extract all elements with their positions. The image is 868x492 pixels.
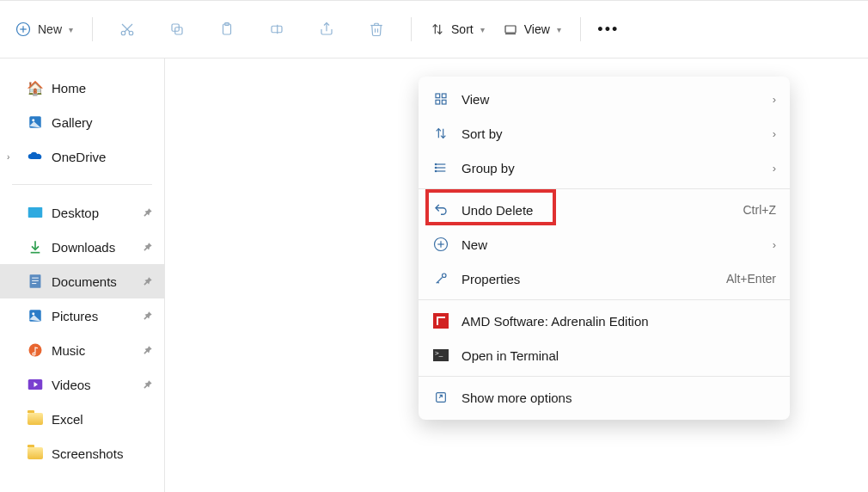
terminal-icon (432, 347, 449, 364)
sort-icon (432, 125, 449, 142)
context-menu: View › Sort by › Group by › Undo Delete … (419, 77, 790, 420)
undo-icon (432, 201, 449, 218)
context-menu-shortcut: Ctrl+Z (743, 203, 777, 217)
sidebar-item-gallery[interactable]: Gallery (0, 105, 164, 139)
context-menu-new[interactable]: New › (419, 227, 790, 261)
view-label: View (524, 22, 550, 36)
sidebar-item-documents[interactable]: Documents (0, 264, 164, 298)
separator (419, 376, 790, 377)
context-menu-terminal[interactable]: Open in Terminal (419, 338, 790, 372)
sidebar-item-label: Excel (52, 412, 83, 427)
pictures-icon (28, 308, 43, 323)
context-menu-label: New (462, 237, 761, 252)
sidebar-item-label: OneDrive (52, 150, 106, 164)
separator (580, 17, 581, 41)
trash-icon (369, 22, 384, 37)
context-menu-label: Show more options (462, 391, 776, 405)
pin-icon (142, 310, 154, 322)
sidebar-item-label: Downloads (52, 240, 115, 255)
cut-icon (119, 22, 135, 37)
documents-icon (28, 274, 43, 289)
sidebar-item-music[interactable]: Music (0, 333, 164, 367)
svg-line-49 (437, 282, 439, 284)
sidebar-item-screenshots[interactable]: Screenshots (0, 436, 164, 470)
chevron-right-icon: › (773, 93, 776, 106)
share-button[interactable] (309, 12, 344, 46)
separator (12, 184, 152, 185)
svg-rect-34 (436, 100, 440, 104)
sidebar-item-label: Home (52, 81, 86, 95)
sidebar-item-videos[interactable]: Videos (0, 367, 164, 402)
downloads-icon (28, 239, 43, 255)
context-menu-undo-delete[interactable]: Undo Delete Ctrl+Z (419, 193, 790, 227)
paste-button[interactable] (210, 12, 244, 46)
more-button[interactable]: ••• (591, 12, 626, 46)
svg-point-28 (32, 312, 34, 315)
context-menu-more-options[interactable]: Show more options (419, 380, 790, 415)
svg-rect-32 (436, 94, 440, 98)
svg-point-43 (435, 170, 436, 171)
toolbar: New ▾ Sort ▾ View ▾ ••• (0, 0, 868, 58)
sort-button[interactable]: Sort ▾ (422, 17, 493, 41)
sidebar-item-label: Pictures (52, 309, 98, 323)
context-menu-sortby[interactable]: Sort by › (419, 116, 790, 151)
plus-circle-icon (432, 236, 449, 253)
context-menu-label: View (462, 92, 761, 107)
properties-icon (432, 270, 449, 287)
context-menu-amd[interactable]: AMD Software: Adrenalin Edition (419, 304, 790, 338)
onedrive-icon (28, 149, 43, 164)
svg-rect-20 (28, 207, 43, 218)
chevron-down-icon: ▾ (69, 25, 73, 34)
copy-button[interactable] (160, 12, 194, 46)
context-menu-view[interactable]: View › (419, 82, 790, 116)
gallery-icon (28, 114, 43, 130)
separator (419, 299, 790, 300)
context-menu-label: AMD Software: Adrenalin Edition (462, 314, 776, 329)
sidebar-item-downloads[interactable]: Downloads (0, 230, 164, 264)
sidebar-item-label: Desktop (52, 206, 99, 220)
svg-rect-11 (272, 26, 282, 33)
view-icon (504, 22, 517, 36)
separator (92, 17, 93, 41)
delete-button[interactable] (359, 12, 394, 46)
new-button[interactable]: New ▾ (7, 16, 82, 42)
svg-point-19 (32, 119, 34, 121)
home-icon: 🏠 (28, 80, 43, 95)
chevron-right-icon: › (7, 152, 9, 162)
separator (419, 188, 790, 189)
sidebar-item-onedrive[interactable]: › OneDrive (0, 139, 164, 174)
sidebar-item-desktop[interactable]: Desktop (0, 195, 164, 230)
svg-point-42 (435, 167, 436, 168)
view-button[interactable]: View ▾ (495, 17, 570, 41)
chevron-right-icon: › (773, 162, 776, 175)
sidebar-item-home[interactable]: 🏠 Home (0, 71, 164, 105)
svg-point-41 (435, 163, 436, 164)
svg-rect-33 (442, 94, 446, 98)
svg-line-48 (437, 278, 443, 284)
context-menu-properties[interactable]: Properties Alt+Enter (419, 261, 790, 296)
sidebar: 🏠 Home Gallery › OneDrive Desktop (0, 58, 165, 492)
view-grid-icon (432, 90, 449, 108)
context-menu-label: Undo Delete (462, 203, 731, 218)
sort-label: Sort (451, 22, 474, 36)
svg-point-47 (443, 274, 447, 278)
sidebar-item-label: Gallery (52, 115, 93, 130)
copy-icon (169, 22, 185, 37)
chevron-right-icon: › (773, 127, 776, 140)
pin-icon (142, 241, 154, 253)
context-menu-groupby[interactable]: Group by › (419, 151, 790, 185)
context-menu-label: Sort by (462, 126, 761, 141)
chevron-right-icon: › (773, 238, 776, 251)
music-icon (28, 342, 43, 358)
cut-button[interactable] (110, 12, 144, 46)
sidebar-item-pictures[interactable]: Pictures (0, 298, 164, 333)
sidebar-item-excel[interactable]: Excel (0, 402, 164, 436)
context-menu-label: Group by (462, 161, 761, 175)
sort-icon (431, 22, 444, 36)
share-icon (319, 22, 334, 37)
chevron-down-icon: ▾ (557, 25, 561, 34)
rename-button[interactable] (260, 12, 294, 46)
context-menu-label: Open in Terminal (462, 348, 776, 363)
pin-icon (142, 378, 154, 391)
sidebar-item-label: Screenshots (52, 446, 123, 461)
